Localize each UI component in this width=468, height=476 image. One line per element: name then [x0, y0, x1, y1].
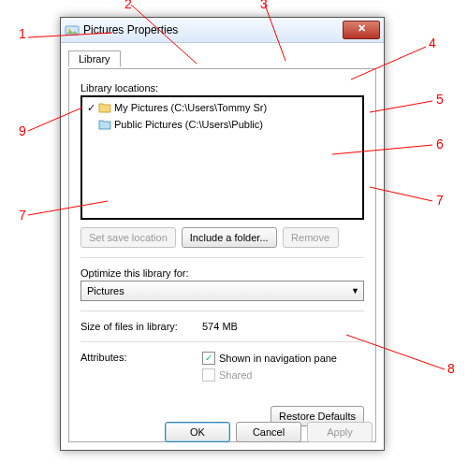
shared-checkbox[interactable]: Shared	[202, 368, 337, 382]
annotation-number: 5	[436, 92, 444, 107]
app-icon	[65, 22, 80, 37]
separator	[80, 341, 364, 342]
folder-icon	[97, 101, 112, 114]
apply-button[interactable]: Apply	[307, 422, 373, 442]
annotation-number: 7	[19, 208, 26, 223]
annotation-number: 8	[447, 361, 455, 376]
annotation-number: 2	[124, 0, 132, 11]
cancel-button[interactable]: Cancel	[236, 422, 301, 442]
location-buttons: Set save location Include a folder... Re…	[80, 227, 364, 248]
checkbox-label: Shown in navigation pane	[219, 353, 337, 364]
titlebar[interactable]: Pictures Properties ✕	[61, 18, 384, 43]
annotation-number: 7	[436, 193, 444, 208]
checkbox-icon	[202, 368, 215, 382]
remove-button[interactable]: Remove	[283, 227, 339, 248]
list-item-label: Public Pictures (C:\Users\Public)	[114, 119, 263, 130]
size-label: Size of files in library:	[80, 321, 202, 332]
annotation-number: 1	[19, 26, 26, 41]
optimize-dropdown[interactable]: Pictures ▼	[80, 281, 364, 301]
shown-in-nav-checkbox[interactable]: ✓ Shown in navigation pane	[202, 352, 337, 365]
tab-library[interactable]: Library	[68, 50, 121, 67]
locations-label: Library locations:	[80, 82, 364, 94]
chevron-down-icon: ▼	[351, 286, 359, 296]
annotation-number: 6	[436, 137, 444, 151]
size-value: 574 MB	[202, 321, 238, 332]
properties-dialog: Pictures Properties ✕ Library Library lo…	[60, 17, 385, 451]
list-item[interactable]: Public Pictures (C:\Users\Public)	[82, 116, 362, 133]
size-row: Size of files in library: 574 MB	[80, 321, 364, 332]
default-check-icon: ✓	[84, 102, 97, 114]
library-locations-list[interactable]: ✓ My Pictures (C:\Users\Tommy Sr) Public…	[80, 95, 364, 220]
ok-button[interactable]: OK	[165, 422, 230, 442]
tab-panel: Library locations: ✓ My Pictures (C:\Use…	[68, 68, 376, 442]
checkbox-icon: ✓	[202, 352, 215, 365]
attributes-label: Attributes:	[80, 352, 202, 363]
list-item-label: My Pictures (C:\Users\Tommy Sr)	[114, 102, 267, 113]
separator	[80, 257, 364, 258]
separator	[80, 310, 364, 311]
annotation-number: 9	[19, 123, 26, 138]
optimize-value: Pictures	[87, 285, 124, 296]
optimize-label: Optimize this library for:	[80, 267, 364, 279]
close-button[interactable]: ✕	[343, 21, 380, 39]
attributes-row: Attributes: ✓ Shown in navigation pane S…	[80, 352, 364, 382]
annotation-number: 4	[429, 36, 436, 50]
list-item[interactable]: ✓ My Pictures (C:\Users\Tommy Sr)	[82, 99, 362, 116]
checkbox-label: Shared	[219, 369, 252, 381]
set-save-location-button[interactable]: Set save location	[80, 227, 176, 248]
include-folder-button[interactable]: Include a folder...	[182, 227, 277, 248]
tab-strip: Library	[68, 50, 376, 69]
dialog-footer: OK Cancel Apply	[61, 422, 384, 442]
annotation-number: 3	[260, 0, 268, 11]
window-title: Pictures Properties	[83, 23, 343, 36]
folder-icon	[97, 118, 112, 131]
